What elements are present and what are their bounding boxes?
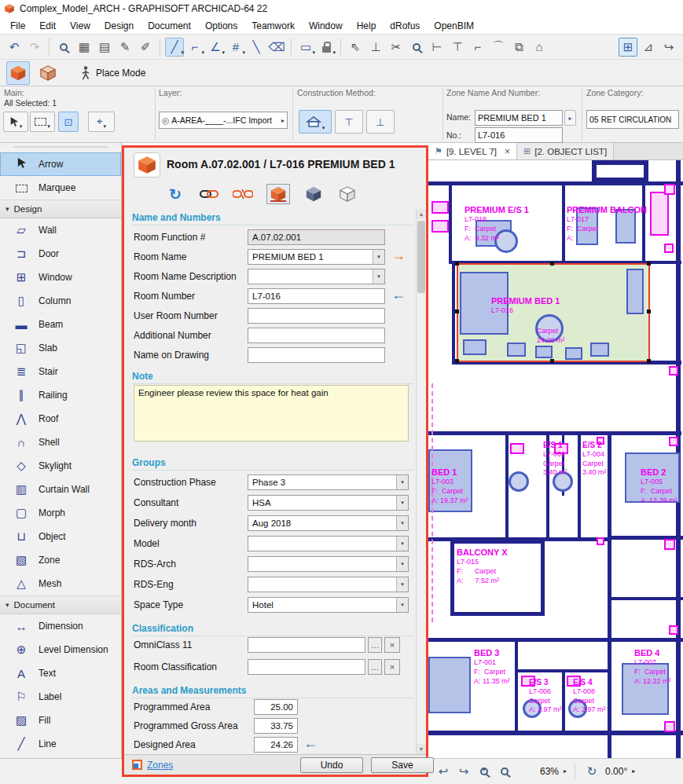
- consultant-dropdown[interactable]: HSA▾: [248, 495, 409, 511]
- dropdown-caret-icon[interactable]: ▾: [396, 516, 408, 530]
- menu-item-teamwork[interactable]: Teamwork: [244, 18, 302, 34]
- selection-handle[interactable]: [550, 359, 554, 363]
- clear-button[interactable]: ×: [384, 659, 400, 675]
- home-icon[interactable]: ⌂: [530, 38, 549, 57]
- zone-stamp-e-s-2[interactable]: E/S 2L7-004Carpet3.40 m²: [582, 440, 607, 478]
- user-room-number-field[interactable]: [248, 308, 385, 324]
- pickup-parameters-button[interactable]: ⌖▾: [88, 112, 115, 132]
- tool-level-dimension[interactable]: ⊕Level Dimension: [0, 638, 121, 661]
- lock-icon[interactable]: ▾: [317, 38, 336, 57]
- grid-snap-toggle-icon[interactable]: ⊞: [619, 38, 637, 57]
- zone-name-expand-button[interactable]: ▸: [564, 110, 576, 126]
- zoom-level[interactable]: 63%: [540, 766, 559, 777]
- zone-stamp-bed-4[interactable]: BED 4L7-007F: CarpetA: 12.22 m²: [634, 647, 671, 686]
- tool-morph[interactable]: ▢Morph: [0, 501, 121, 525]
- undo-button[interactable]: Undo: [300, 757, 363, 773]
- room-function--field[interactable]: A.07.02.001: [248, 229, 385, 245]
- tool-text[interactable]: AText: [0, 661, 121, 685]
- zone-stamp-e-s-1[interactable]: E/S 1L7-002Carpet3.40 m²: [543, 440, 567, 478]
- dropdown-caret-icon[interactable]: ▾: [396, 577, 408, 592]
- offset-icon[interactable]: ⌐▾: [185, 38, 204, 57]
- figure-icon[interactable]: ▤: [95, 38, 114, 57]
- tool-roof[interactable]: ⋀Roof: [0, 407, 121, 430]
- tool-door[interactable]: ⊐Door: [0, 242, 121, 266]
- fillet-icon[interactable]: ⌒: [489, 38, 508, 57]
- menu-item-edit[interactable]: Edit: [32, 18, 63, 34]
- place-mode-control[interactable]: Place Mode: [80, 65, 145, 81]
- tool-fill[interactable]: ▨Fill: [0, 709, 121, 732]
- tool-skylight[interactable]: ◇Skylight: [0, 454, 121, 478]
- drofus-model-button[interactable]: [36, 61, 60, 85]
- zoom-caret-icon[interactable]: ▸: [564, 768, 567, 775]
- menu-item-design[interactable]: Design: [97, 18, 141, 34]
- model-cube-icon[interactable]: [303, 184, 324, 204]
- zone-stamp-e-s-3[interactable]: E/S 3L7-006CarpetA: 2.97 m²: [529, 677, 562, 715]
- tool-mesh[interactable]: △Mesh: [0, 572, 121, 595]
- room-name-field[interactable]: PREMIUM BED 1▾: [248, 249, 385, 265]
- tab--9-level-7-[interactable]: ⚑[9. LEVEL 7]×: [428, 143, 517, 159]
- marquee-mode-button[interactable]: ▾: [30, 112, 55, 132]
- dropdown-caret-icon[interactable]: ▾: [396, 537, 408, 551]
- zone-stamp-carpet[interactable]: Carpet24.26 m²: [537, 327, 565, 345]
- tool-arrow[interactable]: Arrow: [0, 152, 121, 176]
- clear-button[interactable]: ×: [384, 637, 400, 653]
- zoom-previous-icon[interactable]: ↩: [435, 763, 452, 780]
- find-select-icon[interactable]: [54, 38, 73, 57]
- menu-item-document[interactable]: Document: [141, 18, 198, 34]
- tool-railing[interactable]: ∥Railing: [0, 383, 121, 407]
- zone-stamp-bed-1[interactable]: BED 1L7-003F: CarpetA: 19.37 m²: [431, 467, 468, 505]
- tool-shell[interactable]: ∩Shell: [0, 430, 121, 454]
- zone-number-input[interactable]: L7-016: [475, 127, 563, 143]
- dropdown-caret-icon[interactable]: ▾: [396, 496, 408, 510]
- menu-item-window[interactable]: Window: [302, 18, 350, 34]
- room-classification-field[interactable]: [248, 659, 365, 675]
- link-icon[interactable]: [199, 184, 219, 204]
- arrow-tool-button[interactable]: ▾: [3, 112, 28, 132]
- programmed-area-field[interactable]: 25.00: [254, 699, 298, 715]
- dialog-scrollbar[interactable]: ▲ ▼: [416, 209, 425, 754]
- trim-icon[interactable]: ⊤: [448, 38, 467, 57]
- delivery-month-dropdown[interactable]: Aug 2018▾: [248, 515, 409, 531]
- designed-area-field[interactable]: 24.26: [254, 737, 298, 753]
- scrollbar-thumb[interactable]: [417, 221, 425, 293]
- construction-phase-dropdown[interactable]: Phase 3▾: [248, 474, 409, 490]
- tool-curtain-wall[interactable]: ▥Curtain Wall: [0, 478, 121, 501]
- drofus-panel-button[interactable]: [6, 61, 30, 85]
- tool-stair[interactable]: ≣Stair: [0, 360, 121, 383]
- zone-stamp-premium-e-s-1[interactable]: PREMIUM E/S 1L7-018F: CarpetA: 9.32 m²: [465, 204, 529, 243]
- tool-label[interactable]: ⚐Label: [0, 685, 121, 709]
- note-textarea[interactable]: Engineer please review this space for he…: [134, 385, 409, 441]
- tab--2-object-list-[interactable]: ⊞[2. OBJECT LIST]: [517, 143, 614, 159]
- pen-set-icon[interactable]: ✐: [136, 38, 155, 57]
- browse-button[interactable]: …: [368, 637, 382, 653]
- selection-handle[interactable]: [647, 359, 651, 363]
- tool-object[interactable]: ⊔Object: [0, 525, 121, 548]
- sync-icon[interactable]: ↻: [165, 184, 185, 204]
- pen-icon[interactable]: ✎: [116, 38, 134, 57]
- zoom-next-icon[interactable]: ↪: [455, 763, 472, 780]
- marquee-box-icon[interactable]: ▭▾: [296, 38, 315, 57]
- angle-snap-icon[interactable]: ∠▾: [206, 38, 225, 57]
- slope-icon[interactable]: ╲: [247, 38, 266, 57]
- zone-stamp-balcony-x[interactable]: BALCONY XL7-015F: CarpetA: 7.52 m²: [457, 547, 508, 585]
- selection-handle[interactable]: [455, 359, 459, 363]
- push-to-drofus-icon[interactable]: →: [391, 247, 406, 264]
- dropdown-caret-icon[interactable]: ▾: [373, 250, 384, 264]
- quick-select-button[interactable]: ⊡: [58, 112, 79, 132]
- selection-handle[interactable]: [455, 310, 459, 313]
- cut-icon[interactable]: ✂: [387, 38, 406, 57]
- fit-in-window-icon[interactable]: [496, 763, 513, 780]
- rds-eng-dropdown[interactable]: ▾: [248, 577, 409, 592]
- tool-dimension[interactable]: ↔Dimension: [0, 614, 121, 638]
- reference-line-top-button[interactable]: ⊤: [335, 110, 363, 134]
- eraser-icon[interactable]: ⌫: [267, 38, 286, 57]
- selection-handle[interactable]: [455, 262, 459, 266]
- tool-column[interactable]: ▯Column: [0, 289, 121, 313]
- zone-stamp-e-s-4[interactable]: E/S 4L7-008CarpetA: 2.97 m²: [573, 677, 606, 715]
- room-number-field[interactable]: L7-016: [248, 288, 385, 304]
- redo-icon[interactable]: ↷: [25, 38, 44, 57]
- guide-lines-icon[interactable]: ╱▾: [165, 38, 184, 57]
- broken-link-icon[interactable]: [233, 184, 253, 204]
- dimension-guide-icon[interactable]: ⊥: [366, 38, 385, 57]
- zones-link[interactable]: Zones: [147, 760, 173, 771]
